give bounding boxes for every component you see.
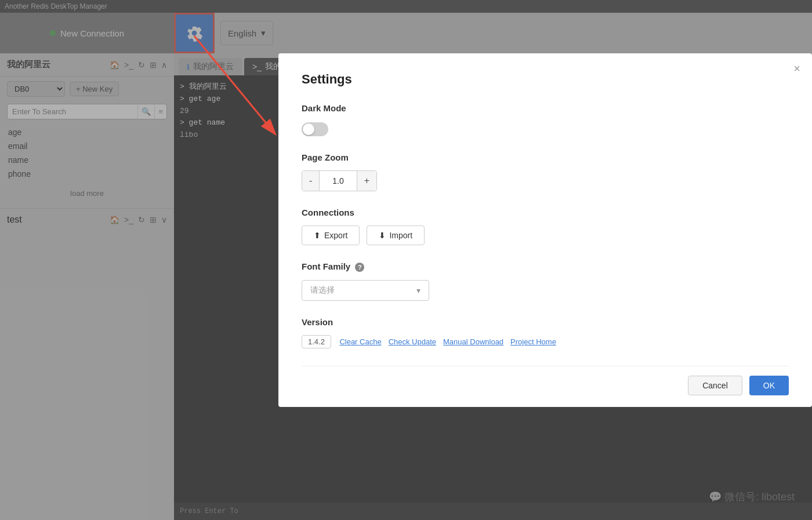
- version-label: Version: [302, 317, 789, 327]
- font-family-dropdown[interactable]: 请选择 ▾: [302, 280, 429, 301]
- version-section: Version 1.4.2 Clear Cache Check Update M…: [302, 317, 789, 348]
- connections-buttons: ⬆ Export ⬇ Import: [302, 226, 789, 245]
- export-label: Export: [324, 231, 347, 240]
- toggle-knob: [303, 123, 314, 135]
- clear-cache-link[interactable]: Clear Cache: [339, 337, 381, 346]
- modal-overlay: × Settings Dark Mode Page Zoom - 1.0 +: [0, 0, 812, 520]
- export-button[interactable]: ⬆ Export: [302, 226, 360, 245]
- version-badge: 1.4.2: [302, 335, 331, 348]
- ok-button[interactable]: OK: [749, 376, 789, 395]
- check-update-link[interactable]: Check Update: [389, 337, 436, 346]
- font-family-label: Font Family ?: [302, 261, 789, 272]
- modal-close-button[interactable]: ×: [793, 63, 800, 74]
- dark-mode-section: Dark Mode: [302, 103, 789, 136]
- zoom-decrease-button[interactable]: -: [302, 171, 320, 191]
- modal-footer: Cancel OK: [302, 366, 789, 395]
- version-links: Clear Cache Check Update Manual Download…: [339, 337, 556, 346]
- project-home-link[interactable]: Project Home: [510, 337, 556, 346]
- dark-mode-toggle[interactable]: [302, 122, 328, 136]
- connections-section: Connections ⬆ Export ⬇ Import: [302, 208, 789, 245]
- import-button[interactable]: ⬇ Import: [367, 226, 425, 245]
- settings-modal-title: Settings: [302, 72, 789, 87]
- font-family-section: Font Family ? 请选择 ▾: [302, 261, 789, 301]
- connections-label: Connections: [302, 208, 789, 217]
- chevron-down-icon: ▾: [416, 286, 420, 295]
- export-icon: ⬆: [314, 231, 321, 240]
- import-label: Import: [389, 231, 412, 240]
- font-family-placeholder: 请选择: [310, 285, 335, 296]
- dark-mode-label: Dark Mode: [302, 103, 789, 113]
- page-zoom-label: Page Zoom: [302, 152, 789, 162]
- cancel-button[interactable]: Cancel: [688, 376, 742, 395]
- manual-download-link[interactable]: Manual Download: [443, 337, 503, 346]
- page-zoom-section: Page Zoom - 1.0 +: [302, 152, 789, 191]
- import-icon: ⬇: [379, 231, 386, 240]
- zoom-control: - 1.0 +: [302, 170, 377, 191]
- zoom-increase-button[interactable]: +: [357, 171, 376, 191]
- zoom-value: 1.0: [320, 172, 356, 190]
- settings-modal: × Settings Dark Mode Page Zoom - 1.0 +: [278, 53, 812, 407]
- font-family-help-icon[interactable]: ?: [355, 263, 364, 272]
- version-info: 1.4.2 Clear Cache Check Update Manual Do…: [302, 335, 789, 348]
